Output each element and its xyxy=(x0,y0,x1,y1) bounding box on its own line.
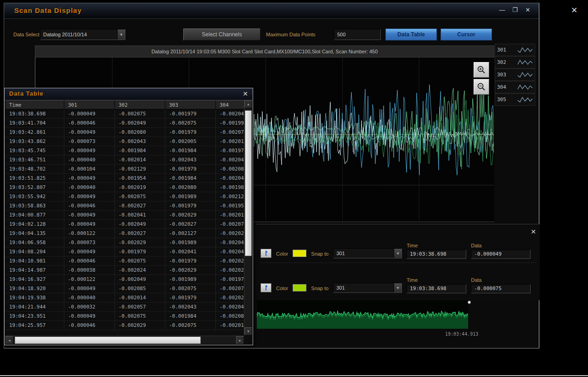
table-cell: -0.000040 xyxy=(64,155,115,165)
channel-item-305[interactable]: 305 xyxy=(495,93,535,106)
table-cell: -0.000122 xyxy=(64,229,115,238)
channel-item-303[interactable]: 303 xyxy=(495,69,535,81)
table-row: 19:03:52.807-0.000040-0.002019-0.002080-… xyxy=(6,183,244,192)
cursor-2-time-value: 19:03:38.698 xyxy=(407,284,466,293)
table-cell: -0.001984 xyxy=(165,146,216,155)
table-cell: 19:03:52.807 xyxy=(6,183,64,192)
chevron-down-icon[interactable]: ▼ xyxy=(394,283,401,292)
table-cell: -0.002043 xyxy=(165,155,216,165)
max-data-points-input[interactable]: 500 xyxy=(334,29,381,40)
cursor-2-snap-dropdown[interactable]: 301 ▼ xyxy=(333,283,402,293)
table-row: 19:04:19.938-0.000040-0.002014-0.001979-… xyxy=(6,293,244,303)
table-cell: -0.000122 xyxy=(64,275,115,284)
channel-item-304[interactable]: 304 xyxy=(495,81,535,93)
data-table-body: 19:03:38.698-0.000049-0.002075-0.001979-… xyxy=(6,109,244,330)
table-cell: -0.000046 xyxy=(64,119,115,128)
select-channels-button[interactable]: Select Channels xyxy=(183,29,260,40)
table-row: 19:03:46.751-0.000040-0.002014-0.002043-… xyxy=(6,155,244,165)
horizontal-scrollbar-thumb[interactable] xyxy=(15,337,201,344)
table-cell: 19:03:46.751 xyxy=(6,155,64,165)
table-row: 19:04:14.987-0.000038-0.002024-0.002029-… xyxy=(6,266,244,275)
data-table-title-bar[interactable]: Data Table ✕ xyxy=(5,88,253,100)
table-cell: -0.000049 xyxy=(64,146,115,155)
table-cell: -0.000049 xyxy=(64,174,115,183)
table-cell: 19:03:51.825 xyxy=(6,174,64,183)
scroll-right-icon[interactable]: ► xyxy=(236,336,244,344)
table-cell: -0.001979 xyxy=(165,293,216,303)
window-bottom-edge xyxy=(0,375,588,376)
title-bar[interactable]: Scan Data Display — ❐ ✕ xyxy=(4,3,539,19)
table-cell: -0.002049 xyxy=(115,220,165,229)
table-row: 19:03:45.745-0.000049-0.001984-0.001984-… xyxy=(6,146,244,155)
cursor-1-data-value: -0.000049 xyxy=(471,250,531,259)
table-cell: -0.002024 xyxy=(115,266,165,275)
channel-item-301[interactable]: 301 xyxy=(495,44,535,56)
table-row: 19:03:55.942-0.000049-0.002075-0.001989-… xyxy=(6,192,244,201)
table-cell: -0.002075 xyxy=(115,109,165,119)
table-cell: -0.002049 xyxy=(216,303,244,312)
table-cell: -0.000049 xyxy=(64,211,115,220)
table-cell: -0.002075 xyxy=(165,119,216,128)
table-cell: -0.002005 xyxy=(165,137,216,146)
scroll-up-icon[interactable]: ▲ xyxy=(244,100,252,108)
table-cell: -0.002044 xyxy=(216,109,244,119)
outer-close-icon[interactable]: ✕ xyxy=(571,6,577,15)
table-row: 19:03:58.863-0.000046-0.002027-0.001979-… xyxy=(6,201,244,211)
cursor-row-1: Color Snap to 301 ▼ Time 19:03:38.698 Da… xyxy=(260,241,537,263)
table-cell: 19:04:16.927 xyxy=(6,275,64,284)
cursor-1-button[interactable] xyxy=(260,249,271,258)
data-select-dropdown[interactable]: Datalog 2011/10/14 ▼ xyxy=(40,29,125,40)
table-cell: -0.002075 xyxy=(216,220,244,229)
waveform-icon xyxy=(517,83,533,91)
vertical-scrollbar-thumb[interactable] xyxy=(245,110,252,256)
minimize-icon[interactable]: — xyxy=(498,6,506,13)
table-cell: -0.002085 xyxy=(115,284,165,293)
cursor-panel-close-icon[interactable]: ✕ xyxy=(531,228,536,235)
channel-item-302[interactable]: 302 xyxy=(495,56,535,69)
cursor-2-snap-value: 301 xyxy=(334,285,394,291)
cursor-button[interactable]: Cursor xyxy=(441,29,492,40)
cursor-1-snap-dropdown[interactable]: 301 ▼ xyxy=(333,248,402,258)
cursor-2-color-swatch[interactable] xyxy=(293,284,306,291)
table-cell: -0.002014 xyxy=(115,293,165,303)
table-cell: -0.000046 xyxy=(64,201,115,211)
strip-chart[interactable] xyxy=(257,299,468,329)
max-data-points-label: Maximum Data Points xyxy=(266,32,316,37)
zoom-out-button[interactable] xyxy=(474,79,489,95)
table-cell: -0.001979 xyxy=(165,201,216,211)
table-row: 19:03:51.825-0.000049-0.001954-0.001984-… xyxy=(6,174,244,183)
table-cell: -0.002049 xyxy=(115,119,165,128)
chevron-down-icon[interactable]: ▼ xyxy=(117,29,125,40)
table-cell: -0.001954 xyxy=(115,174,165,183)
table-header-row: Time 301 302 303 304 xyxy=(6,100,244,109)
horizontal-scrollbar[interactable]: ◄ ► xyxy=(6,336,244,344)
strip-chart-canvas[interactable] xyxy=(257,299,468,329)
table-cell: -0.002029 xyxy=(165,266,216,275)
data-table-close-icon[interactable]: ✕ xyxy=(243,90,248,97)
data-table-title: Data Table xyxy=(9,90,44,97)
table-cell: -0.002041 xyxy=(165,247,216,257)
data-table-button[interactable]: Data Table xyxy=(385,29,437,40)
vertical-scrollbar[interactable]: ▲ ▼ xyxy=(244,100,252,335)
scroll-left-icon[interactable]: ◄ xyxy=(6,336,13,344)
table-cell: 19:04:06.958 xyxy=(6,238,64,247)
table-cell: -0.002043 xyxy=(115,137,165,146)
table-cell: 19:03:58.863 xyxy=(6,201,64,211)
column-header-304: 304 xyxy=(216,100,244,109)
table-cell: -0.002049 xyxy=(115,275,165,284)
strip-position-marker[interactable] xyxy=(468,301,471,304)
close-icon[interactable]: ✕ xyxy=(524,6,531,13)
zoom-in-button[interactable] xyxy=(474,62,489,78)
table-cell: -0.001979 xyxy=(216,275,244,284)
scroll-down-icon[interactable]: ▼ xyxy=(244,327,252,335)
cursor-2-button[interactable] xyxy=(260,283,271,292)
table-cell: -0.002085 xyxy=(216,312,244,321)
maximize-icon[interactable]: ❐ xyxy=(511,6,519,13)
table-row: 19:03:38.698-0.000049-0.002075-0.001979-… xyxy=(6,109,244,119)
table-cell: 19:03:43.862 xyxy=(6,137,64,146)
table-cell: -0.002029 xyxy=(216,266,244,275)
chevron-down-icon[interactable]: ▼ xyxy=(394,249,401,258)
waveform-icon xyxy=(517,96,533,104)
cursor-1-color-swatch[interactable] xyxy=(293,250,306,257)
table-cell: -0.002080 xyxy=(165,183,216,192)
